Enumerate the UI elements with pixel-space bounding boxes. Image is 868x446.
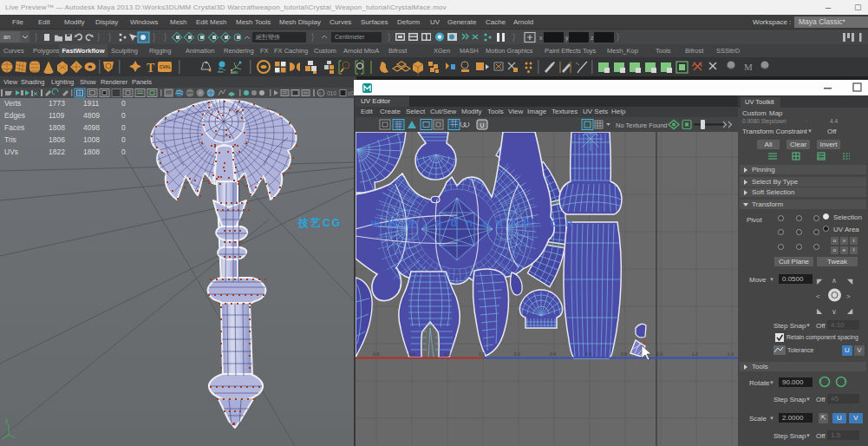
svg-text:CVAL: CVAL <box>160 64 171 69</box>
svg-text:0.2: 0.2 <box>514 351 520 357</box>
svg-text:c: c <box>319 90 322 95</box>
svg-text:1.0: 1.0 <box>656 351 662 357</box>
svg-text:z: z <box>591 35 594 41</box>
svg-text:-0.4: -0.4 <box>408 351 415 357</box>
svg-text:◢: ◢ <box>847 307 853 315</box>
svg-text:y: y <box>5 417 9 424</box>
svg-text:∨: ∨ <box>832 308 837 316</box>
svg-text:0.6: 0.6 <box>585 351 591 357</box>
svg-text:T: T <box>147 62 155 75</box>
svg-text:x: x <box>539 35 543 41</box>
svg-text:-0.2: -0.2 <box>443 351 451 357</box>
svg-text:◤: ◤ <box>817 278 823 285</box>
svg-text:No Texture Found: No Texture Found <box>616 121 667 129</box>
svg-text:U: U <box>480 122 485 128</box>
svg-text:1.4: 1.4 <box>728 351 734 357</box>
svg-text:Centimeter: Centimeter <box>335 34 365 40</box>
svg-text:-0.6: -0.6 <box>372 351 380 357</box>
svg-text:◥: ◥ <box>847 278 853 285</box>
svg-text:an: an <box>3 34 10 40</box>
svg-text:0.0: 0.0 <box>479 351 485 357</box>
svg-text:y: y <box>565 35 569 42</box>
svg-text:1.2: 1.2 <box>692 351 698 357</box>
svg-text:ABN: ABN <box>231 70 238 75</box>
svg-text:0.4: 0.4 <box>550 351 556 357</box>
svg-text:010: 010 <box>327 90 336 96</box>
svg-text:◣: ◣ <box>817 307 823 315</box>
svg-text:0.8: 0.8 <box>621 351 627 357</box>
svg-text:絕對變換: 絕對變換 <box>255 34 280 41</box>
svg-text:>: > <box>846 292 851 300</box>
svg-text:∧: ∧ <box>832 277 837 285</box>
svg-text:<: < <box>816 292 820 300</box>
svg-text:min: min <box>218 69 223 74</box>
svg-text:M: M <box>744 62 753 72</box>
